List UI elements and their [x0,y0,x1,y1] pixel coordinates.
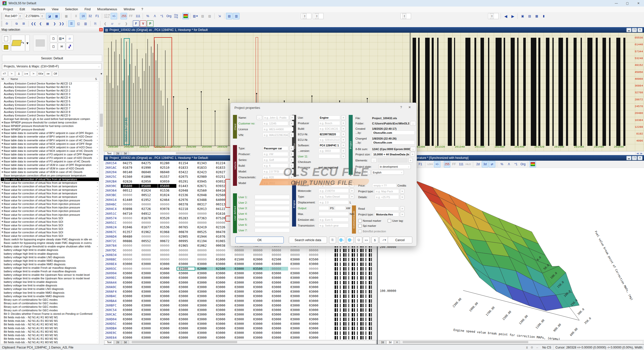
ecu-build-field[interactable]: e.g. EDC16C31 [318,126,340,131]
hex-cell[interactable]: 03000 [195,281,214,284]
map-list-item[interactable]: ✱Base table data to overwrite value of B… [1,135,99,138]
window-title-bar[interactable]: ▤ Project_100432.ols (Orignal) as , PC4 … [104,27,644,33]
width-32-button[interactable]: 32 [87,13,93,19]
sync-button[interactable]: ⇄ [489,161,495,167]
hex-cell[interactable]: 03000 [158,336,177,339]
factor-button[interactable]: *1 [513,161,519,167]
map-list-item[interactable]: battery voltage low limit to enable LNO … [1,287,99,291]
hexgrid-button[interactable]: ▦ [44,20,51,27]
hex-cell[interactable]: 00000 [121,253,139,257]
hex-cell[interactable]: 03422 [177,170,195,174]
save-project-button[interactable] [2,43,10,51]
hex-row[interactable]: 260A9C0300003000030000300003000030000300… [104,285,372,289]
user-field-3[interactable] [255,206,290,210]
hex-cell[interactable]: 00886 [121,239,139,243]
details-go-button[interactable]: > [400,195,405,199]
email-button[interactable]: ✉ [58,43,65,50]
hex-cell[interactable]: 03000 [288,331,307,335]
hex-cell[interactable]: 02500 [214,267,232,271]
hex-cell[interactable]: 01968 [158,230,177,234]
hex-cell[interactable]: 00000 [139,257,158,261]
map-list-item[interactable]: Bit fields msb-lsb: - N2 N1 A1 R1 M3 M2 … [1,319,99,323]
hex-cell[interactable]: 03000 [288,299,307,303]
hex-cell[interactable]: 03000 [177,262,195,266]
factor-button[interactable]: *1 [158,13,165,19]
menu-find[interactable]: Find [81,7,94,12]
hex-cell[interactable]: 01024 [139,189,158,192]
customer-go-button[interactable]: > [289,121,294,126]
hex-cell[interactable]: 02419 [195,225,214,229]
map-list-item[interactable]: Basic switch for bypassing engine steady… [1,238,99,241]
hex-cell[interactable]: 03000 [214,299,232,303]
tab-=[interactable]: = [394,340,400,344]
hex-cell[interactable]: 03000 [121,281,139,284]
filter-delta-button[interactable]: Δ [16,71,22,76]
price-dollar-button[interactable]: $ [371,237,378,243]
user-tag-checkbox[interactable] [388,219,391,223]
view-2d-icon[interactable]: ◪ [46,13,53,19]
hex-cell[interactable]: 02989 [195,175,214,179]
hex-cell[interactable]: 03000 [177,331,195,335]
hex-cell[interactable]: 01443 [177,184,195,188]
view-3d-button[interactable]: 3d [482,161,488,167]
hex-cell[interactable]: 03000 [121,303,139,307]
horizontal-scrollbar[interactable] [401,340,643,344]
hex-row[interactable]: 260AF40300003000030000300003000030000300… [104,289,372,294]
map-list-item[interactable]: ✱Base table data to overwrite value of N… [1,149,99,153]
hex-cell[interactable]: 03000 [251,303,270,307]
hex-cell[interactable]: 04275 [139,161,158,165]
plugin-button[interactable]: ▞ [66,43,73,50]
map-list-item[interactable]: Binary sum of combinations for GEC-modes… [1,309,99,312]
read-field[interactable] [375,206,399,211]
hex-cell[interactable]: 03000 [158,281,177,284]
hex-cell[interactable]: 00000 [251,253,270,257]
map-list-item[interactable]: ✱Base value for correction of virtual No… [1,227,99,231]
hex-row[interactable]: 260B4C0300003000030000300003000030000300… [104,294,372,298]
map-list-item[interactable]: Binary sum of combinations for GEC modes… [1,301,99,305]
model-go-button[interactable]: > [289,169,294,174]
map-list-item[interactable]: ✱Base value for correction of virtual No… [1,220,99,224]
map-list-item[interactable]: ✱Base table data to overwrite value of B… [1,139,99,142]
hex-cell[interactable]: 03000 [158,317,177,321]
hex-cell[interactable]: 62976 [177,198,195,202]
hex-cell[interactable]: 03000 [288,313,307,316]
hex-cell[interactable]: 03000 [270,299,288,303]
ecu-producer-field[interactable]: e.g. Bosch [318,121,340,125]
filter-kk-button[interactable]: KK▾ [37,71,44,76]
hex-cell[interactable]: 01357 [121,230,139,234]
map-list-item[interactable]: Auxiliary Emission Control Device Number… [1,107,99,110]
menu-hardware[interactable]: Hardware [28,7,48,12]
map-list-item[interactable]: ✱Base value for correction of virtual No… [1,181,99,185]
hex-cell[interactable]: 00000 [214,248,232,252]
hex-cell[interactable]: 03000 [288,271,307,275]
org-button[interactable]: Org [166,13,172,19]
hex-cell[interactable]: 03000 [139,290,158,293]
hex-cell[interactable]: 03000 [251,313,270,316]
hex-cell[interactable]: 01280 [158,161,177,165]
percent-button[interactable]: % [499,161,505,167]
map-list-item[interactable]: battery voltage limit to enable the Upst… [1,273,99,277]
width-16-button[interactable]: 16 [80,13,86,19]
hex-cell[interactable]: 03000 [307,331,326,335]
hex-cell[interactable]: 03000 [288,262,307,266]
hex-cell[interactable]: 00000 [177,212,195,215]
hex-cell[interactable]: 03000 [139,331,158,335]
ecu-use-field[interactable]: Engine [318,115,340,120]
hex-cell[interactable]: 03000 [270,313,288,316]
combo-spinner-2[interactable]: ▲▼ [313,13,324,19]
new-project-button[interactable] [2,35,10,43]
map-list-item[interactable]: ✱Base table data to overwrite value of V… [1,170,99,174]
map-list-item[interactable]: ✱Base table data to overwrite value of V… [1,167,99,170]
producer-go-button[interactable]: > [289,152,294,156]
hex-cell[interactable]: 00000 [307,248,326,252]
hex-cell[interactable]: 01046 [121,225,139,229]
hex-cell[interactable]: 03000 [232,326,251,330]
hex-cell[interactable]: 00000 [158,202,177,206]
engine-type-field[interactable]: e.g. Turbo-Diesel [318,194,349,199]
hex-cell[interactable]: 03000 [177,322,195,326]
hex-cell[interactable]: 04710 [121,212,139,215]
cancel-button[interactable]: Cancel [388,237,412,243]
map-list-item[interactable]: battery voltage low limit to enable NMO … [1,291,99,294]
window-text-icon[interactable]: ▤ [226,13,232,19]
hex-cell[interactable]: 03000 [307,322,326,326]
